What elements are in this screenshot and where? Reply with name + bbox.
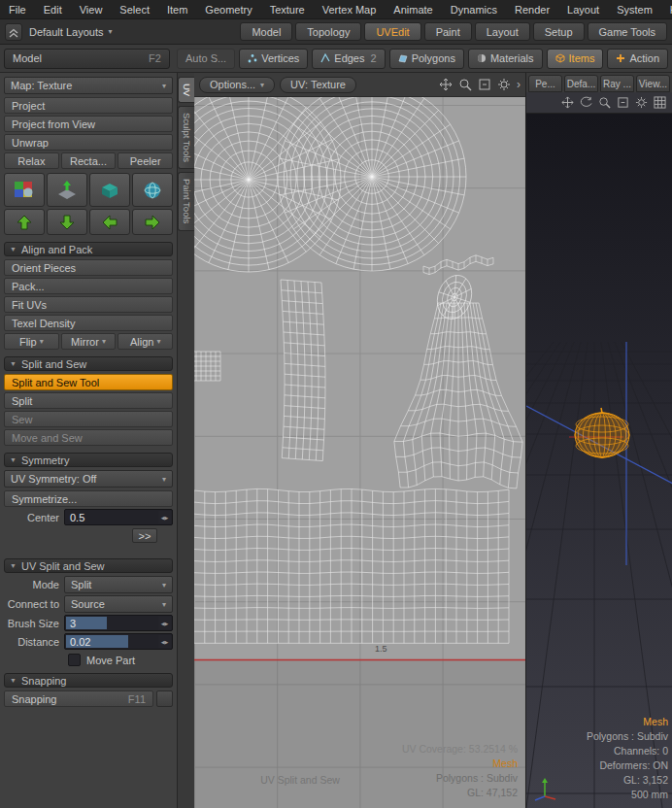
grid-icon[interactable] (654, 96, 666, 109)
move-up-button[interactable] (4, 209, 45, 235)
zoom-icon[interactable] (598, 96, 611, 109)
pack-button[interactable]: Pack... (4, 278, 173, 294)
options-button[interactable]: Options... ▾ (199, 77, 275, 93)
mirror-dropdown[interactable]: Mirror ▾ (61, 333, 117, 350)
planar-unwrap-tool-button[interactable] (47, 173, 87, 207)
peeler-button[interactable]: Peeler (118, 152, 173, 169)
snapping-button[interactable]: Snapping F11 (4, 690, 153, 707)
split-button[interactable]: Split (4, 392, 173, 409)
viewport-tab[interactable]: Defa... (564, 75, 598, 92)
fit-uvs-button[interactable]: Fit UVs (4, 296, 173, 313)
zoom-icon[interactable] (458, 78, 472, 91)
gear-icon[interactable] (635, 96, 648, 109)
menubar-item[interactable]: System (608, 0, 661, 18)
project-button[interactable]: Project (4, 97, 173, 114)
layout-tab-setup[interactable]: Setup (533, 22, 585, 41)
orient-pieces-button[interactable]: Orient Pieces (4, 259, 173, 276)
align-dropdown[interactable]: Align ▾ (118, 333, 173, 350)
frame-icon[interactable] (617, 96, 629, 109)
side-tab-uv[interactable]: UV (178, 77, 194, 103)
layout-tab-uvedit[interactable]: UVEdit (364, 22, 420, 41)
menubar-item[interactable]: Dynamics (442, 0, 506, 18)
connect-to-dropdown[interactable]: Source▾ (64, 595, 173, 613)
menubar-item[interactable]: Layout (558, 0, 608, 18)
side-tab-sculpt-tools[interactable]: Sculpt Tools (178, 106, 194, 169)
menubar-item[interactable]: Item (158, 0, 196, 18)
move-down-button[interactable] (47, 209, 87, 235)
menubar-item[interactable]: File (0, 0, 35, 18)
mode-dropdown[interactable]: Split▾ (64, 576, 173, 593)
tab-materials[interactable]: Materials (468, 49, 543, 69)
distance-field[interactable]: 0.02 ◀▶ (64, 633, 173, 650)
pan-icon[interactable] (561, 96, 574, 109)
move-right-button[interactable] (132, 209, 173, 235)
move-left-button[interactable] (89, 209, 130, 235)
section-align-and-pack[interactable]: ▼Align and Pack (4, 242, 173, 256)
viewport-3d-canvas[interactable]: Mesh Polygons : Subdiv Channels: 0 Defor… (526, 114, 672, 808)
spherical-unwrap-tool-button[interactable] (132, 173, 173, 207)
tab-auto-select[interactable]: Auto S... (177, 49, 235, 69)
viewport-tab[interactable]: Ray ... (600, 75, 634, 92)
viewport-tab[interactable]: View... (636, 75, 670, 92)
uv-map-dropdown[interactable]: Map: Texture ▾ (4, 77, 173, 94)
tab-polygons[interactable]: Polygons (389, 49, 464, 69)
menubar-item[interactable]: Animate (385, 0, 441, 18)
uv-canvas[interactable]: 1.5 UV Split and Sew UV Coverage: 53.251… (194, 97, 525, 808)
uv-map-label[interactable]: UV: Texture (280, 77, 356, 93)
tab-action[interactable]: Action (607, 49, 668, 69)
pan-icon[interactable] (439, 78, 453, 91)
section-snapping[interactable]: ▼Snapping (4, 673, 173, 688)
tab-edges[interactable]: Edges 2 (312, 49, 385, 69)
menubar-item[interactable]: Vertex Map (314, 0, 386, 18)
symmetrize-button[interactable]: Symmetrize... (4, 490, 173, 507)
menubar-item[interactable]: Render (506, 0, 558, 18)
menubar-item[interactable]: Texture (261, 0, 314, 18)
layout-collapse-button[interactable] (5, 23, 22, 41)
move-and-sew-button[interactable]: Move and Sew (4, 429, 173, 446)
uv-symmetry-dropdown[interactable]: UV Symmetry: Off ▾ (4, 470, 173, 488)
project-from-view-button[interactable]: Project from View (4, 116, 173, 132)
relax-button[interactable]: Relax (4, 152, 59, 169)
side-tab-paint-tools[interactable]: Paint Tools (178, 172, 194, 230)
layout-tab-layout[interactable]: Layout (475, 22, 530, 41)
flip-dropdown[interactable]: Flip ▾ (4, 333, 59, 350)
tab-items[interactable]: Items (547, 49, 604, 69)
spinner-arrows-icon[interactable]: ◀▶ (158, 617, 171, 629)
center-field[interactable]: 0.5 ◀▶ (64, 509, 173, 525)
menubar-item[interactable]: Geometry (196, 0, 260, 18)
spinner-arrows-icon[interactable]: ◀▶ (158, 511, 171, 523)
menubar-item[interactable]: Select (111, 0, 158, 18)
layout-tab-topology[interactable]: Topology (295, 22, 361, 41)
spinner-arrows-icon[interactable]: ◀▶ (158, 635, 171, 648)
mesh-preset-dropdown[interactable]: Model F2 (4, 49, 170, 69)
default-layouts-dropdown[interactable]: Default Layouts ▾ (29, 26, 112, 38)
snapping-options-button[interactable] (156, 690, 173, 707)
menubar-item[interactable]: He (661, 0, 672, 18)
layout-tab-game-tools[interactable]: Game Tools (588, 22, 668, 41)
move-part-checkbox[interactable] (68, 654, 81, 666)
box-unwrap-tool-button[interactable] (89, 173, 130, 207)
section-split-and-sew[interactable]: ▼Split and Sew (4, 356, 173, 371)
sew-button[interactable]: Sew (4, 411, 173, 427)
more-chevron-icon[interactable]: › (517, 78, 521, 91)
expand-button[interactable]: >> (132, 528, 157, 543)
brush-size-field[interactable]: 3 ◀▶ (64, 615, 173, 631)
layout-tab-model[interactable]: Model (240, 22, 292, 41)
section-uv-split-and-sew[interactable]: ▼UV Split and Sew (4, 558, 173, 573)
section-uv-split-and-sew-label: UV Split and Sew (21, 560, 105, 572)
uv-checker-tool-button[interactable] (4, 173, 45, 207)
split-and-sew-tool-button[interactable]: Split and Sew Tool (4, 374, 173, 390)
orbit-icon[interactable] (580, 96, 592, 109)
menubar-item[interactable]: View (71, 0, 112, 18)
gear-icon[interactable] (497, 78, 511, 91)
viewport-tab[interactable]: Pe... (528, 75, 562, 92)
rectangle-button[interactable]: Recta... (61, 152, 117, 169)
section-symmetry[interactable]: ▼Symmetry (4, 453, 173, 467)
tab-vertices[interactable]: Vertices (239, 49, 308, 69)
layout-tab-paint[interactable]: Paint (424, 22, 472, 41)
menubar-item[interactable]: Edit (35, 0, 71, 18)
unwrap-button[interactable]: Unwrap (4, 134, 173, 151)
frame-icon[interactable] (478, 78, 491, 91)
tab-materials-label: Materials (490, 52, 534, 64)
texel-density-button[interactable]: Texel Density (4, 315, 173, 331)
